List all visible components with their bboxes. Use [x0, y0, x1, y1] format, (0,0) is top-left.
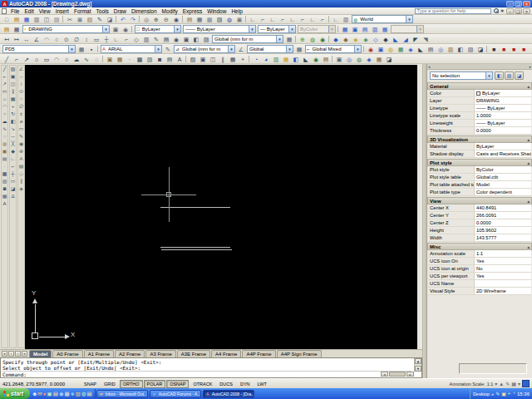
dim-jogged-icon[interactable]: ∟: [111, 35, 121, 43]
tool-icon[interactable]: ▤: [18, 163, 24, 170]
tool-icon[interactable]: ∆: [10, 193, 16, 200]
selection-combo[interactable]: No selection▾: [430, 71, 493, 80]
drawn-line[interactable]: [161, 249, 232, 250]
3dorbit-icon[interactable]: ◪: [475, 45, 485, 53]
annotation-visibility-icon[interactable]: ▲: [499, 382, 504, 387]
quick-launch-icon[interactable]: ◍: [81, 389, 86, 398]
section-header-general[interactable]: General▴: [427, 82, 532, 90]
paste-icon[interactable]: ▧: [85, 15, 95, 23]
lineweight-combo[interactable]: — ByLayer▾: [258, 25, 296, 33]
toggle-polar[interactable]: POLAR: [144, 380, 166, 388]
render-env-icon[interactable]: ◣: [416, 45, 426, 53]
tool-icon[interactable]: ◆: [10, 148, 16, 155]
sun-icon[interactable]: ◍: [386, 45, 396, 53]
tool-icon[interactable]: ·: [2, 163, 7, 170]
sheetset-view-icon[interactable]: ◔: [251, 55, 261, 63]
drawn-line[interactable]: [160, 247, 230, 248]
toggle-osnap[interactable]: OSNAP: [166, 380, 189, 388]
drawing-canvas[interactable]: Y X: [25, 65, 417, 349]
tool-icon[interactable]: +: [10, 103, 16, 110]
toggle-ortho[interactable]: ORTHO: [120, 380, 143, 388]
status-tray-icon[interactable]: ◈: [364, 55, 374, 63]
polyline-icon[interactable]: ↗: [22, 55, 32, 63]
materials-icon[interactable]: ▦: [396, 45, 406, 53]
tool-icon[interactable]: ∠: [18, 66, 24, 72]
chevron-down-icon[interactable]: ▾: [328, 26, 335, 32]
make-layer-current-icon[interactable]: ▣: [111, 25, 121, 33]
circle-icon[interactable]: ○: [62, 55, 71, 63]
menu-window[interactable]: Window: [204, 8, 229, 14]
dim-tolerance-icon[interactable]: ⌐: [121, 35, 131, 43]
tool-icon[interactable]: ∥: [10, 88, 16, 95]
chevron-down-icon[interactable]: ▾: [102, 26, 109, 32]
ellipse-icon[interactable]: ◌: [91, 55, 101, 63]
collapse-icon[interactable]: ▴: [527, 244, 530, 249]
tool-icon[interactable]: ⊕: [18, 148, 24, 155]
tab-scroll-button[interactable]: «: [2, 351, 7, 357]
close-button[interactable]: ×: [523, 1, 530, 7]
desktop-toolbar-label[interactable]: Desktop: [473, 392, 490, 397]
workspace-combo[interactable]: ◍World▾: [352, 15, 413, 23]
mdi-close-button[interactable]: ×: [523, 8, 530, 14]
tool-icon[interactable]: ∅: [18, 103, 24, 110]
view-manager-icon[interactable]: ▦: [76, 45, 86, 53]
named-views-icon[interactable]: ◉: [318, 35, 328, 43]
toggle-dyn[interactable]: DYN: [237, 380, 254, 388]
arc-icon[interactable]: ◠: [52, 55, 62, 63]
zoom-window-icon[interactable]: ⊖: [161, 15, 171, 23]
dimstyle-dialog-icon[interactable]: ▦: [284, 35, 294, 43]
coordinates-readout[interactable]: 421.2648, 270.5977, 0.0000: [2, 382, 79, 387]
color-combo[interactable]: □ByLayer▾: [135, 25, 181, 33]
tool-icon[interactable]: ±: [18, 111, 24, 117]
tool-icon[interactable]: ∟: [10, 155, 16, 162]
redo-icon[interactable]: ↷: [128, 15, 138, 23]
dim-qleader-icon[interactable]: ▨: [201, 35, 211, 43]
quick-launch-icon[interactable]: ▥: [76, 389, 81, 398]
tablestyle-combo[interactable]: Global▾: [247, 45, 293, 53]
new-icon[interactable]: □: [2, 15, 12, 23]
tool-icon[interactable]: ▭: [10, 178, 16, 185]
command-vscrollbar[interactable]: ▲ ▼: [414, 358, 421, 372]
property-value[interactable]: 440.8491: [475, 204, 531, 211]
rectangle-icon[interactable]: ▭: [42, 55, 52, 63]
tab-scroll-button[interactable]: ›: [15, 351, 21, 357]
tool-icon[interactable]: ─: [10, 133, 16, 140]
property-value[interactable]: —— ByLayer: [475, 120, 531, 126]
property-value[interactable]: 1.0000: [475, 112, 531, 119]
tablestyle-dialog-icon[interactable]: ▦: [294, 45, 304, 53]
command-hscrollbar[interactable]: ◄ ►: [381, 372, 414, 377]
dim-radius-icon[interactable]: ◠: [42, 35, 52, 43]
tray-settings-icon[interactable]: ▦: [511, 381, 516, 387]
zoom-realtime-icon[interactable]: ⊕: [151, 15, 161, 23]
insert-block-icon[interactable]: ▣: [105, 55, 115, 63]
taskbar-window-button[interactable]: AAutoCAD 2008 - [Dra...: [203, 390, 254, 398]
advanced-render-icon[interactable]: ▤: [426, 45, 436, 53]
layer-manager-icon[interactable]: ▤: [2, 25, 12, 33]
menu-tools[interactable]: Tools: [94, 8, 111, 14]
linetype-combo[interactable]: —— ByLayer▾: [183, 25, 256, 33]
mdi-restore-button[interactable]: ❏: [515, 8, 522, 14]
tool-icon[interactable]: ◠: [2, 103, 7, 110]
taskbar-window-button[interactable]: ✉Inbox - Microsoft Out...: [96, 390, 148, 398]
make-block-icon[interactable]: ▦: [115, 55, 125, 63]
plot-sheets-icon[interactable]: ◣: [301, 55, 311, 63]
save-icon[interactable]: ▦: [22, 15, 32, 23]
chevron-down-icon[interactable]: ▾: [288, 26, 295, 32]
layout-tab-model[interactable]: Model: [29, 350, 52, 357]
chevron-down-icon[interactable]: ▾: [416, 26, 423, 32]
dim-edit-icon[interactable]: ✎: [151, 35, 161, 43]
3dwalk-icon[interactable]: ◪: [384, 55, 394, 63]
view-swiso-icon[interactable]: ◣: [391, 35, 401, 43]
scroll-right-icon[interactable]: ►: [406, 372, 414, 377]
properties-icon[interactable]: ▤: [185, 15, 195, 23]
tray-icon[interactable]: ▣: [501, 391, 506, 397]
chevron-down-icon[interactable]: ▾: [155, 46, 161, 52]
property-value[interactable]: 266.0091: [475, 212, 531, 219]
tab-scroll-button[interactable]: ‹: [8, 351, 14, 357]
tool-icon[interactable]: ø: [18, 118, 24, 125]
line-icon[interactable]: ╱: [2, 55, 12, 63]
layout-tab-a4-frame[interactable]: A4 Frame: [211, 350, 241, 357]
tool-icon[interactable]: ◧: [10, 118, 16, 125]
chevron-down-icon[interactable]: ▾: [276, 36, 283, 42]
palette-top-strip[interactable]: ◂ ▸: [427, 64, 532, 70]
